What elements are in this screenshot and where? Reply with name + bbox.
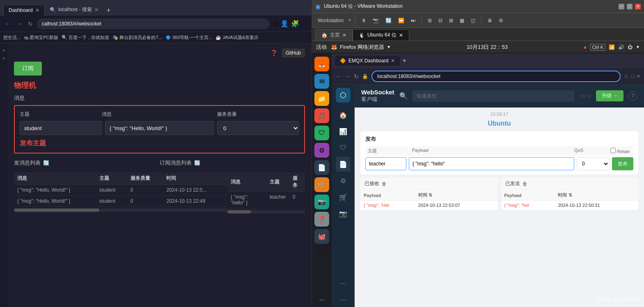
- received-delete-icon[interactable]: 🗑: [382, 181, 387, 187]
- ff-back-button[interactable]: ←: [336, 73, 341, 80]
- language-indicator[interactable]: Ctrl K: [590, 44, 606, 50]
- emqx-nav-chart[interactable]: 📊: [336, 124, 351, 139]
- toolbar-btn9[interactable]: ⚙: [496, 16, 506, 25]
- volume-icon: 🔊: [618, 44, 624, 50]
- emqx-search-input[interactable]: [413, 90, 575, 102]
- bookmark-6[interactable]: ☕ JAVA试题&答案(5: [215, 34, 258, 41]
- tab-dashboard[interactable]: Dashboard ✕: [3, 5, 45, 16]
- toolbar-btn5[interactable]: ⊟: [436, 16, 445, 25]
- upgrade-button[interactable]: 升级 →: [596, 90, 623, 101]
- workstation-menu[interactable]: Workstation: [315, 16, 346, 25]
- ubuntu-content-area: 🦊 ✉ 📁 🎵 🛡 ⚙ 📄 🛒 📷 ❓ 🐙 ⋯ ⋯: [312, 53, 644, 307]
- dock-camera[interactable]: 📷: [314, 195, 329, 209]
- emqx-nav-gear[interactable]: ⚙: [336, 173, 351, 188]
- extension-icon[interactable]: 🧩: [291, 20, 299, 27]
- arrow-down[interactable]: ▼: [2, 56, 6, 61]
- sent-delete-icon[interactable]: 🗑: [523, 181, 527, 187]
- qos-select[interactable]: 0 1 2: [217, 121, 299, 135]
- toolbar-pause[interactable]: ⏸: [359, 16, 369, 25]
- dock-octocat[interactable]: 🐙: [314, 229, 329, 244]
- emqx-nav-home[interactable]: 🏠: [336, 108, 351, 122]
- dock-music[interactable]: 🎵: [314, 108, 329, 123]
- subscribe-button[interactable]: 订阅: [14, 62, 42, 76]
- close-button[interactable]: ✕: [635, 4, 641, 9]
- ff-url-input[interactable]: [371, 71, 621, 82]
- emqx-nav-grid[interactable]: ⋯: [336, 276, 351, 291]
- maximize-button[interactable]: □: [627, 4, 633, 9]
- retain-checkbox[interactable]: [610, 148, 616, 153]
- tab-dashboard-close[interactable]: ✕: [35, 7, 39, 13]
- toolbar-layout[interactable]: ⊞: [425, 16, 434, 25]
- new-tab-button[interactable]: +: [103, 5, 114, 16]
- forward-button[interactable]: →: [15, 20, 24, 28]
- vm-tab-ubuntu[interactable]: 🐧 Ubuntu 64 位 ✕: [353, 29, 409, 41]
- dock-store[interactable]: 🛒: [314, 177, 329, 192]
- toolbar-btn7[interactable]: ▦: [457, 16, 467, 25]
- minimize-button[interactable]: ─: [619, 4, 624, 9]
- dock-docs[interactable]: 📄: [314, 160, 329, 175]
- tab-search[interactable]: 🔍 localhost - 搜索 ✕: [45, 4, 103, 16]
- ff-tab-emqx[interactable]: 🔶 EMQX Dashboard ✕: [335, 56, 400, 66]
- bookmark-2[interactable]: 🛍 爱淘宝PC新版: [24, 34, 58, 41]
- bookmark-3[interactable]: 🔍 百度一下，你就知道: [62, 34, 109, 41]
- vm-tab-home[interactable]: 🏠 主页 ✕: [315, 29, 353, 41]
- emqx-topic-input[interactable]: [365, 157, 406, 170]
- settings-icon[interactable]: ⋯: [302, 20, 308, 27]
- emqx-publish-button[interactable]: 发布: [612, 157, 633, 170]
- dock-gear[interactable]: ⚙: [314, 143, 329, 158]
- vm-tab-home-close[interactable]: ✕: [342, 32, 346, 38]
- github-button[interactable]: GitHub: [282, 48, 305, 57]
- arrow-up[interactable]: ▲: [2, 48, 6, 52]
- ff-container-icon[interactable]: □: [631, 73, 635, 79]
- ff-forward-button[interactable]: →: [345, 73, 351, 80]
- toolbar-btn3[interactable]: ⏩: [396, 16, 407, 25]
- toolbar-btn8[interactable]: ◫: [468, 16, 478, 25]
- ff-new-tab-button[interactable]: +: [402, 57, 406, 64]
- toolbar-btn4[interactable]: ⏭: [408, 16, 418, 25]
- dock-firefox[interactable]: 🦊: [314, 57, 329, 71]
- profile-icon[interactable]: 👤: [280, 20, 289, 27]
- refresh-button[interactable]: ↻: [26, 20, 34, 28]
- dock-grid[interactable]: ⋯: [314, 246, 329, 261]
- toolbar-btn6[interactable]: ⊠: [447, 16, 456, 25]
- dock-files[interactable]: 📁: [314, 91, 329, 106]
- back-button[interactable]: ←: [3, 20, 12, 28]
- emqx-nav-expand[interactable]: ⋯: [336, 292, 351, 307]
- vm-tabs: 🏠 主页 ✕ 🐧 Ubuntu 64 位 ✕: [312, 28, 644, 41]
- toolbar-btn1[interactable]: 📷: [370, 16, 381, 25]
- publish-topic-label: 发布主题: [20, 139, 299, 148]
- bookmark-4[interactable]: 🎭 舞台剧演员必备的7...: [112, 34, 162, 41]
- horizontal-scrollbar[interactable]: [14, 208, 227, 212]
- ff-refresh-button[interactable]: ↻: [354, 73, 359, 80]
- dock-mail[interactable]: ✉: [314, 74, 329, 89]
- emqx-nav-docs[interactable]: 📄: [336, 157, 351, 172]
- vm-tab-ubuntu-close[interactable]: ✕: [399, 32, 403, 38]
- ff-url-icons: ☆ □ ≡: [624, 73, 640, 79]
- ff-bookmark-icon[interactable]: ☆: [624, 73, 629, 79]
- activities-button[interactable]: 活动: [316, 44, 327, 51]
- toolbar-btn2[interactable]: 🔄: [383, 16, 394, 25]
- ff-settings-icon[interactable]: ≡: [637, 73, 640, 79]
- emqx-nav-shield[interactable]: 🛡: [336, 140, 351, 155]
- message-label: 消息: [14, 94, 305, 102]
- bookmark-5[interactable]: 🔷 360导航-一个主页...: [165, 34, 212, 41]
- emqx-qos-select[interactable]: 0 1 2: [577, 157, 610, 170]
- bookmark-icon[interactable]: ☆: [272, 20, 278, 27]
- emqx-payload-input[interactable]: [409, 157, 574, 170]
- dock-expand[interactable]: ⋯: [319, 296, 324, 305]
- sent-refresh-icon[interactable]: 🔄: [43, 160, 49, 166]
- emqx-nav-camera[interactable]: 📷: [336, 206, 351, 221]
- help-icon[interactable]: ❓: [270, 50, 277, 56]
- dock-shield[interactable]: 🛡: [314, 126, 329, 140]
- url-input[interactable]: [37, 18, 270, 29]
- sub-refresh-icon[interactable]: 🔄: [194, 160, 200, 166]
- topic-input[interactable]: [20, 121, 102, 135]
- message-input[interactable]: [105, 121, 214, 135]
- ff-tab-close[interactable]: ✕: [391, 58, 395, 64]
- emqx-help-button[interactable]: ?: [628, 92, 637, 101]
- tab-search-close[interactable]: ✕: [94, 7, 99, 13]
- bookmark-1[interactable]: 想生活...: [3, 34, 21, 41]
- emqx-nav-store[interactable]: 🛒: [336, 190, 351, 204]
- toolbar-monitor[interactable]: 🖥: [485, 16, 495, 25]
- dock-help[interactable]: ❓: [314, 212, 329, 227]
